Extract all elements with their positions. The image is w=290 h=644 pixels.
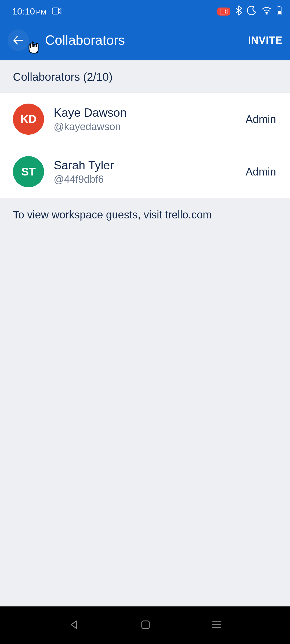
status-bar: 10:10PM — [0, 0, 290, 23]
person-info: Kaye Dawson @kayedawson — [54, 106, 236, 133]
recording-badge-icon — [217, 8, 230, 16]
person-handle: @44f9dbf6 — [54, 174, 236, 185]
person-name: Sarah Tyler — [54, 159, 236, 172]
nav-back-button[interactable] — [68, 619, 79, 631]
status-time: 10:10PM — [12, 6, 46, 17]
wifi-icon — [262, 6, 272, 17]
nav-recents-button[interactable] — [212, 621, 222, 630]
list-item[interactable]: ST Sarah Tyler @44f9dbf6 Admin — [0, 145, 290, 198]
avatar: ST — [13, 156, 44, 187]
guests-note: To view workspace guests, visit trello.c… — [0, 198, 290, 232]
person-name: Kaye Dawson — [54, 106, 236, 119]
battery-icon — [277, 6, 282, 17]
svg-rect-5 — [278, 11, 281, 14]
svg-point-2 — [266, 13, 267, 14]
page-title: Collaborators — [45, 32, 125, 48]
nav-home-button[interactable] — [141, 620, 150, 631]
status-left: 10:10PM — [12, 6, 61, 17]
svg-rect-0 — [52, 8, 59, 14]
app-bar: Collaborators INVITE — [0, 23, 290, 60]
person-handle: @kayedawson — [54, 121, 236, 133]
invite-button[interactable]: INVITE — [248, 35, 282, 46]
arrow-left-icon — [12, 34, 24, 46]
status-right — [217, 5, 282, 18]
collaborator-list: KD Kaye Dawson @kayedawson Admin ST Sara… — [0, 93, 290, 198]
person-role: Admin — [246, 113, 276, 125]
list-item[interactable]: KD Kaye Dawson @kayedawson Admin — [0, 93, 290, 145]
system-nav-bar — [0, 606, 290, 644]
svg-rect-6 — [142, 621, 149, 628]
svg-rect-1 — [220, 9, 225, 14]
back-button[interactable] — [8, 30, 29, 51]
bluetooth-icon — [235, 5, 242, 18]
avatar: KD — [13, 104, 44, 135]
moon-icon — [247, 6, 257, 17]
person-info: Sarah Tyler @44f9dbf6 — [54, 159, 236, 185]
video-record-icon — [52, 6, 61, 17]
spacer — [0, 232, 290, 606]
person-role: Admin — [246, 166, 276, 178]
section-header: Collaborators (2/10) — [0, 60, 290, 93]
